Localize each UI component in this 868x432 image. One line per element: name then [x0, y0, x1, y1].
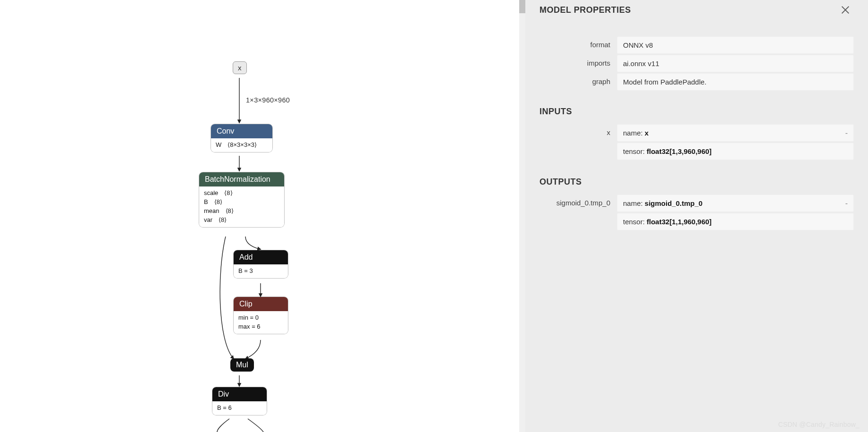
input-row-x: x name: x - tensor: float32[1,3,960,960]: [539, 124, 854, 161]
node-bn-attr: scale ⟨8⟩: [204, 188, 279, 197]
prop-row-format: format ONNX v8: [539, 36, 854, 54]
panel-title: MODEL PROPERTIES: [539, 5, 631, 15]
input-tensor-cell[interactable]: tensor: float32[1,3,960,960]: [617, 143, 854, 160]
scroll-thumb[interactable]: [519, 0, 525, 13]
graph-input-x[interactable]: x: [233, 61, 247, 74]
close-icon: [840, 5, 851, 15]
section-outputs: OUTPUTS: [539, 177, 854, 187]
node-clip[interactable]: Clip min = 0 max = 6: [234, 297, 288, 334]
node-bn-attr: mean ⟨8⟩: [204, 206, 279, 215]
output-tensor: float32[1,1,960,960]: [647, 218, 712, 226]
node-add[interactable]: Add B = 3: [234, 250, 288, 278]
prop-value[interactable]: ai.onnx v11: [617, 55, 854, 72]
tensor-prefix: tensor:: [623, 147, 647, 155]
watermark-text: CSDN @Candy_Rainbow_: [778, 421, 860, 428]
name-prefix: name:: [623, 199, 645, 207]
prop-row-imports: imports ai.onnx v11: [539, 55, 854, 72]
node-div-attr: B = 6: [217, 403, 262, 412]
node-clip-attr: max = 6: [238, 322, 283, 331]
prop-value[interactable]: Model from PaddlePaddle.: [617, 73, 854, 91]
node-div[interactable]: Div B = 6: [212, 387, 267, 415]
section-inputs: INPUTS: [539, 107, 854, 117]
node-bn-attr: B ⟨8⟩: [204, 197, 279, 206]
node-batchnorm[interactable]: BatchNormalization scale ⟨8⟩ B ⟨8⟩ mean …: [199, 172, 284, 227]
canvas-scrollbar[interactable]: [519, 0, 525, 432]
node-clip-title: Clip: [234, 297, 288, 311]
properties-panel: MODEL PROPERTIES format ONNX v8 imports …: [525, 0, 868, 432]
prop-label: graph: [539, 73, 617, 91]
model-graph-canvas[interactable]: x 1×3×960×960 Conv W ⟨8×3×3×3⟩ BatchNorm…: [0, 0, 519, 432]
node-bn-title: BatchNormalization: [199, 172, 284, 186]
node-conv[interactable]: Conv W ⟨8×3×3×3⟩: [211, 124, 272, 152]
prop-label: format: [539, 36, 617, 54]
close-panel-button[interactable]: [837, 1, 854, 18]
graph-input-x-label: x: [238, 64, 242, 72]
input-tensor: float32[1,3,960,960]: [647, 147, 712, 155]
edge-dims-input: 1×3×960×960: [246, 96, 290, 104]
collapse-toggle-icon[interactable]: -: [845, 199, 848, 208]
output-row-sigmoid: sigmoid_0.tmp_0 name: sigmoid_0.tmp_0 - …: [539, 195, 854, 231]
input-name: x: [645, 129, 649, 137]
name-prefix: name:: [623, 129, 645, 137]
node-mul-title: Mul: [236, 361, 248, 369]
tensor-prefix: tensor:: [623, 218, 647, 226]
prop-value[interactable]: ONNX v8: [617, 36, 854, 54]
output-tensor-cell[interactable]: tensor: float32[1,1,960,960]: [617, 213, 854, 230]
node-add-title: Add: [234, 250, 288, 264]
input-name-cell[interactable]: name: x -: [617, 124, 854, 142]
node-conv-attr: W ⟨8×3×3×3⟩: [216, 140, 268, 149]
output-name: sigmoid_0.tmp_0: [645, 199, 703, 207]
node-bn-attr: var ⟨8⟩: [204, 215, 279, 224]
node-clip-attr: min = 0: [238, 313, 283, 322]
io-label: x: [539, 124, 617, 136]
node-add-attr: B = 3: [238, 266, 283, 275]
output-name-cell[interactable]: name: sigmoid_0.tmp_0 -: [617, 195, 854, 212]
collapse-toggle-icon[interactable]: -: [845, 129, 848, 137]
prop-row-graph: graph Model from PaddlePaddle.: [539, 73, 854, 91]
io-label: sigmoid_0.tmp_0: [539, 195, 617, 207]
node-div-title: Div: [212, 387, 267, 401]
node-conv-title: Conv: [211, 124, 272, 138]
node-mul[interactable]: Mul: [230, 358, 254, 372]
prop-label: imports: [539, 55, 617, 72]
